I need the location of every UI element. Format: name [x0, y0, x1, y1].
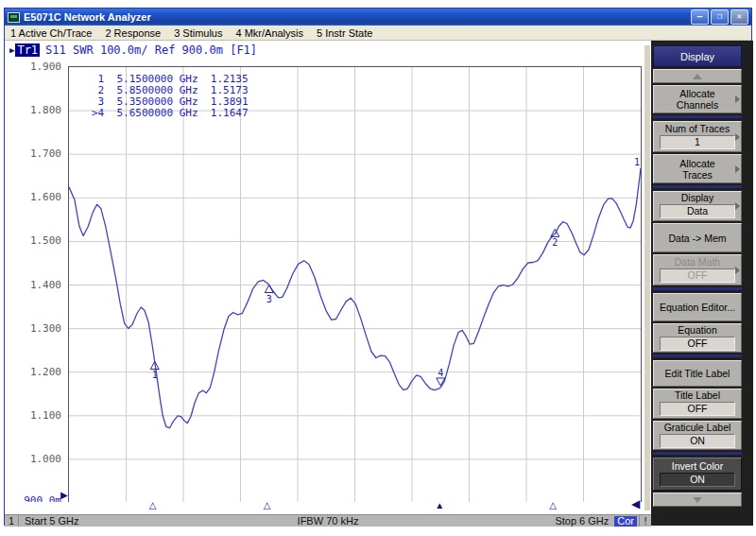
marker-2-number: 2	[552, 237, 558, 248]
softkey-label-line: Traces	[654, 169, 741, 181]
stimulus-marker-4-icon[interactable]: ▲	[435, 500, 444, 510]
softkey-label: Equation	[654, 324, 741, 336]
softkey-menu-title: Display	[653, 45, 742, 67]
stimulus-marker-3-icon[interactable]: △	[264, 500, 271, 510]
marker-1-number: 1	[152, 370, 158, 380]
screen: E5071C Network Analyzer – ❐ ✕ 1 Active C…	[0, 0, 756, 536]
side-scroll-strip[interactable]	[644, 45, 650, 510]
y-axis-label: 1.600	[7, 191, 61, 203]
y-axis-label: 1.300	[7, 322, 61, 335]
softkey-allocate-traces-button[interactable]: AllocateTraces	[653, 154, 742, 183]
submenu-arrow-icon	[735, 95, 740, 103]
softkey-edit-title-label-button[interactable]: Edit Title Label	[653, 360, 742, 387]
softkey-label: Edit Title Label	[654, 368, 741, 379]
softkey-label: Num of Traces	[654, 123, 741, 134]
trace-header: ▶ Tr1 S11 SWR 100.0m/ Ref 900.0m [F1]	[9, 43, 257, 57]
softkey-value-box: OFF	[660, 337, 735, 351]
softkey-value-box: OFF	[660, 402, 735, 416]
softkey-value-box: ON	[660, 473, 735, 487]
y-axis-label: 1.800	[7, 104, 61, 116]
menu-bar: 1 Active Ch/Trace2 Response3 Stimulus4 M…	[5, 26, 751, 41]
active-trace-arrow-icon: ▶	[9, 45, 14, 55]
softkey-label-line: Allocate	[654, 88, 741, 99]
submenu-arrow-icon	[735, 133, 740, 141]
marker-readout-table: 1 5.1500000 GHz 1.2135 2 5.8500000 GHz 1…	[92, 74, 249, 119]
softkey-graticule-label-button[interactable]: Graticule LabelON	[653, 421, 742, 450]
softkey-scroll-down-button[interactable]	[653, 493, 742, 507]
softkey-label-line: Channels	[654, 99, 741, 111]
submenu-arrow-icon	[735, 165, 740, 173]
y-axis-label: 1.700	[7, 147, 61, 160]
softkey-group-separator	[653, 354, 742, 357]
softkey-label: Graticule Label	[654, 422, 741, 433]
softkey-title-label-button[interactable]: Title LabelOFF	[653, 389, 742, 419]
softkey-label: Title Label	[654, 389, 741, 401]
softkey-num-of-traces-button[interactable]: Num of Traces1	[653, 121, 742, 152]
trace-plot: 12341 1 5.1500000 GHz 1.2135 2 5.8500000…	[68, 66, 642, 504]
softkey-group-separator	[653, 115, 742, 118]
softkey-scroll-up-button[interactable]	[653, 69, 742, 83]
marker-position-strip: ◀ △△△▲	[5, 502, 651, 514]
softkey-group-separator	[653, 185, 742, 188]
softkey-label: Data Math	[654, 256, 741, 268]
app-icon	[8, 12, 20, 23]
marker-readout-row: >4 5.6500000 GHz 1.1647	[92, 108, 249, 119]
softkey-value-box: 1	[660, 135, 735, 149]
scroll-up-icon	[693, 74, 702, 79]
menu-item-4[interactable]: 4 Mkr/Analysis	[230, 27, 311, 39]
y-axis-label: 1.000	[7, 453, 61, 465]
softkey-label: Data -> Mem	[654, 233, 741, 244]
main-content: ▶ Tr1 S11 SWR 100.0m/ Ref 900.0m [F1] 1.…	[5, 41, 751, 526]
app-window: E5071C Network Analyzer – ❐ ✕ 1 Active C…	[4, 8, 752, 526]
stimulus-marker-2-icon[interactable]: △	[549, 500, 557, 510]
marker-3-number: 3	[266, 294, 272, 304]
softkey-invert-color-button[interactable]: Invert ColorON	[653, 458, 742, 491]
trace-format-label: S11 SWR 100.0m/ Ref 900.0m [F1]	[45, 43, 257, 57]
minimize-button[interactable]: –	[691, 9, 709, 25]
window-controls: – ❐ ✕	[691, 9, 748, 25]
softkey-allocate-channels-button[interactable]: AllocateChannels	[653, 85, 742, 113]
y-axis-label: 1.400	[7, 279, 61, 291]
close-button[interactable]: ✕	[730, 9, 748, 25]
softkey-data-math-button: Data MathOFF	[653, 254, 742, 285]
sweep-indicator-icon: ◀	[631, 497, 640, 510]
y-axis-label: 1.500	[7, 234, 61, 247]
menu-item-3[interactable]: 3 Stimulus	[168, 27, 230, 39]
softkey-value-box: ON	[660, 434, 735, 448]
menu-item-2[interactable]: 2 Response	[99, 27, 168, 39]
submenu-arrow-icon	[735, 267, 740, 274]
softkey-label: Invert Color	[654, 460, 741, 472]
softkey-value-box: Data	[660, 204, 735, 218]
trace-end-number: 1	[634, 157, 640, 167]
softkey-label-line: Allocate	[654, 158, 741, 169]
softkey-label: Equation Editor...	[654, 302, 741, 313]
softkey-data-to-mem-button[interactable]: Data -> Mem	[653, 223, 742, 252]
softkey-display-data-button[interactable]: DisplayData	[653, 191, 742, 221]
reference-level-arrow-icon: ▶	[60, 490, 68, 500]
submenu-arrow-icon	[735, 202, 740, 210]
marker-4-number: 4	[438, 368, 443, 378]
softkey-label: Display	[654, 192, 741, 203]
menu-item-1[interactable]: 1 Active Ch/Trace	[5, 27, 99, 39]
scroll-down-icon	[693, 497, 702, 503]
ifbw-label: IFBW 70 kHz	[5, 515, 651, 527]
trace-badge[interactable]: Tr1	[15, 43, 40, 57]
menu-item-5[interactable]: 5 Instr State	[311, 27, 380, 39]
softkey-value-box: OFF	[660, 268, 735, 283]
stimulus-marker-1-icon[interactable]: △	[149, 500, 157, 510]
status-bar: 1 Start 5 GHz IFBW 70 kHz Stop 6 GHz Cor…	[5, 514, 651, 527]
restore-button[interactable]: ❐	[711, 9, 729, 25]
softkey-column: DisplayAllocateChannelsNum of Traces1All…	[653, 45, 742, 509]
softkey-sidebar: DisplayAllocateChannelsNum of Traces1All…	[651, 41, 753, 526]
y-axis-label: 1.900	[7, 61, 61, 73]
y-axis-label: 1.100	[7, 409, 61, 422]
softkey-equation-button[interactable]: EquationOFF	[653, 323, 742, 353]
softkey-group-separator	[653, 287, 742, 290]
graph-region: ▶ Tr1 S11 SWR 100.0m/ Ref 900.0m [F1] 1.…	[5, 41, 651, 526]
y-axis-label: 1.200	[7, 366, 61, 378]
title-bar[interactable]: E5071C Network Analyzer – ❐ ✕	[5, 9, 751, 26]
window-title: E5071C Network Analyzer	[24, 11, 151, 23]
softkey-equation-editor-button[interactable]: Equation Editor...	[653, 293, 742, 321]
softkey-group-separator	[653, 452, 742, 455]
trace-plot-svg: 12341	[69, 67, 641, 503]
